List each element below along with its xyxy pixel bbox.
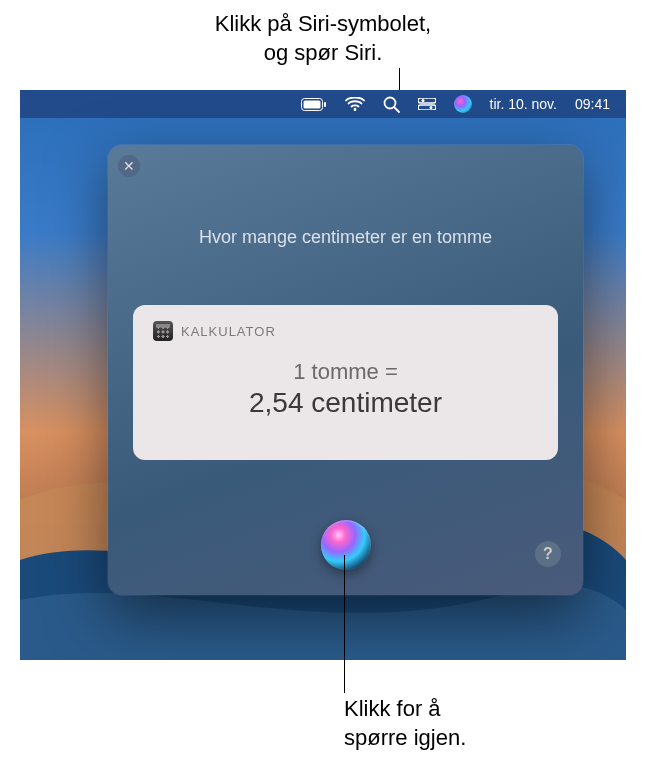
help-icon: ? xyxy=(543,545,553,563)
svg-point-7 xyxy=(421,99,424,102)
siri-ask-again-button[interactable] xyxy=(321,520,371,570)
menubar: tir. 10. nov. 09:41 xyxy=(20,90,626,118)
callout-top: Klikk på Siri-symbolet, og spør Siri. xyxy=(0,10,646,67)
close-icon: ✕ xyxy=(123,158,135,174)
control-center-icon[interactable] xyxy=(418,90,436,118)
siri-query-text: Hvor mange centimeter er en tomme xyxy=(108,227,583,248)
card-header: KALKULATOR xyxy=(153,321,538,341)
svg-rect-1 xyxy=(303,100,320,108)
siri-window: ✕ Hvor mange centimeter er en tomme KALK… xyxy=(108,145,583,595)
help-button[interactable]: ? xyxy=(535,541,561,567)
result-card: KALKULATOR 1 tomme = 2,54 centimeter xyxy=(133,305,558,460)
svg-rect-6 xyxy=(418,98,436,103)
callout-top-line1: Klikk på Siri-symbolet, xyxy=(215,11,431,36)
svg-point-3 xyxy=(353,108,356,111)
svg-point-9 xyxy=(429,106,432,109)
menubar-date[interactable]: tir. 10. nov. xyxy=(490,96,557,112)
desktop: tir. 10. nov. 09:41 ✕ Hvor mange centime… xyxy=(20,90,626,660)
callout-bottom: Klikk for å spørre igjen. xyxy=(344,695,466,752)
result-line2: 2,54 centimeter xyxy=(153,387,538,419)
svg-line-5 xyxy=(394,107,399,112)
siri-menubar-icon[interactable] xyxy=(454,90,472,118)
spotlight-search-icon[interactable] xyxy=(383,90,400,118)
battery-icon[interactable] xyxy=(301,90,327,118)
callout-bottom-line1: Klikk for å xyxy=(344,696,441,721)
menubar-time[interactable]: 09:41 xyxy=(575,96,610,112)
callout-line-top xyxy=(399,68,400,90)
result-line1: 1 tomme = xyxy=(153,359,538,385)
result-text: 1 tomme = 2,54 centimeter xyxy=(153,359,538,419)
calculator-icon xyxy=(153,321,173,341)
callout-line-bottom xyxy=(344,555,345,693)
svg-rect-8 xyxy=(418,105,436,110)
callout-bottom-line2: spørre igjen. xyxy=(344,725,466,750)
callout-top-line2: og spør Siri. xyxy=(264,40,383,65)
svg-point-4 xyxy=(384,97,395,108)
close-button[interactable]: ✕ xyxy=(118,155,140,177)
card-app-label: KALKULATOR xyxy=(181,324,276,339)
wifi-icon[interactable] xyxy=(345,90,365,118)
svg-rect-2 xyxy=(324,102,326,107)
